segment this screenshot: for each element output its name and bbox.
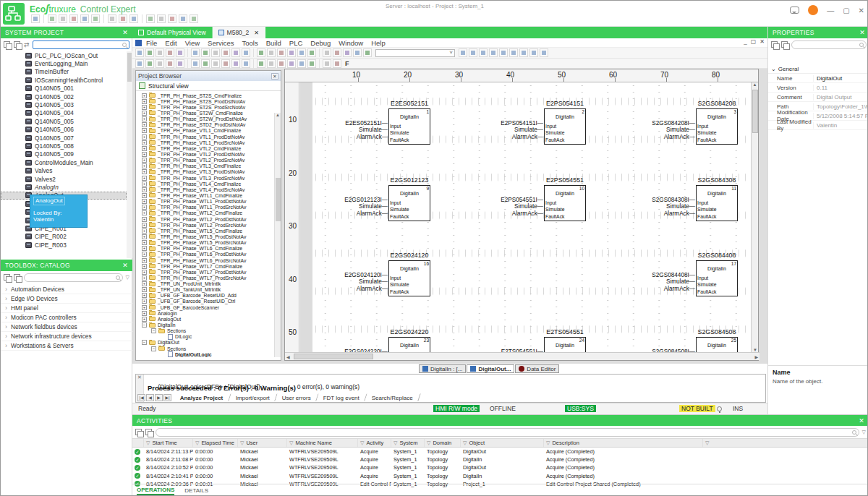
tree-node[interactable]: +_TPR_PH_Phase_WTL7_ProdDstNotAv [136, 269, 281, 275]
canvas-hscrollbar[interactable]: ◀ ▶ [285, 352, 760, 360]
tree-expand-icon[interactable]: + [142, 199, 147, 204]
column-header-object[interactable]: ▽Object [461, 439, 544, 447]
tree-expand-icon[interactable]: + [142, 275, 147, 281]
minimize-button[interactable]: — [827, 7, 834, 14]
structural-view-bar[interactable]: Structural view [136, 81, 281, 91]
main-tool-icon-10[interactable] [231, 48, 240, 57]
filter-icon[interactable]: ▽ [126, 275, 129, 281]
tree-node[interactable]: +_TPR_PH_Phase_VTL3_ProdDstNotAv [136, 169, 281, 175]
mdi-restore-button[interactable]: ▢ [751, 38, 757, 45]
properties-search-input[interactable] [791, 40, 867, 49]
system-project-close-icon[interactable]: ✕ [122, 29, 128, 36]
column-header-machine-name[interactable]: ▽Machine Name [287, 439, 358, 447]
fbd-tool-icon-5[interactable] [176, 59, 184, 68]
fbd-canvas[interactable]: E2ES0521511DigitalInInputSimulateFaultAc… [312, 82, 752, 353]
expand-all-icon[interactable] [771, 41, 778, 48]
menu-debug[interactable]: Debug [310, 39, 331, 47]
check-icon[interactable] [119, 14, 127, 23]
filter-icon[interactable]: ▽ [393, 440, 397, 446]
tree-expand-icon[interactable]: + [142, 234, 147, 239]
main-tool-extra-icon-5[interactable] [499, 48, 508, 57]
main-tool-icon-7[interactable] [201, 48, 210, 57]
filter-icon[interactable]: ▽ [289, 440, 293, 446]
menu-file[interactable]: File [146, 39, 157, 47]
column-header-system[interactable]: ▽System [391, 439, 425, 447]
main-tool-icon-6[interactable] [191, 48, 200, 57]
help-icon[interactable] [190, 14, 198, 23]
main-tool-extra-icon-6[interactable] [509, 48, 518, 57]
sidebar-item-timeinbuffer[interactable]: TimeInBuffer [1, 68, 127, 76]
tree-node[interactable]: DILogic [136, 334, 281, 340]
activity-row[interactable]: ✓8/14/2024 2:10:41 PM0:00:00MickaelWTFRL… [132, 472, 868, 480]
menu-tools[interactable]: Tools [242, 39, 258, 47]
fbd-tool-icon-15[interactable] [287, 59, 296, 68]
tree-expand-icon[interactable]: + [142, 93, 147, 98]
tree-node[interactable]: +_TPR_PH_Phase_VTL4_ProdSrcNotAv [136, 187, 281, 192]
project-browser-titlebar[interactable]: Project Browser ✕ [136, 71, 281, 81]
tree-expand-icon[interactable]: + [142, 181, 147, 187]
column-header-start-time[interactable]: ▽Start Time [144, 439, 193, 447]
tree-node[interactable]: +_TPR_PH_Phase_ST2S_ProdDstNotAv [136, 98, 281, 104]
tree-node[interactable]: −DigitalIn [136, 322, 281, 328]
column-header-activity[interactable]: ▽Activity [358, 439, 391, 447]
expand-all-icon[interactable] [4, 41, 11, 48]
fbd-tool-icon-14[interactable] [277, 59, 286, 68]
tab-close-icon[interactable]: ✕ [254, 30, 259, 36]
column-header-elapsed-time[interactable]: ▽Elapsed Time [193, 439, 238, 447]
tree-expand-icon[interactable]: + [142, 293, 147, 298]
tree-node[interactable]: +_TPR_PH_Phase_VTL1_ProdDstNotAv [136, 134, 281, 140]
property-row-version[interactable]: Version0.11 [768, 83, 868, 93]
tree-node[interactable]: +_TPR_PH_Phase_WTL1_ProdDstNotAv [136, 199, 281, 205]
tree-node[interactable]: +_TPR_PH_Phase_WTL6_ProdDstNotAv [136, 252, 281, 257]
last-tab-button[interactable]: ▶| [163, 394, 171, 401]
expand-all-icon[interactable] [4, 274, 11, 281]
tree-expand-icon[interactable]: + [142, 240, 147, 245]
first-tab-button[interactable]: |◀ [137, 394, 145, 401]
tree-node[interactable]: +_TPR_PH_Phase_VTL1_CmdFinalize [136, 128, 281, 134]
tree-expand-icon[interactable]: + [142, 193, 147, 198]
tree-expand-icon[interactable]: + [142, 305, 147, 310]
tree-node[interactable]: +_TPR_PH_Phase_ST2S_ProdSrcNotAv [136, 104, 281, 110]
sidebar-item-eventlogging_main[interactable]: EventLogging_Main [1, 59, 127, 67]
fbd-ffb-tool[interactable]: F [345, 60, 349, 67]
filter-icon[interactable]: ▽ [463, 440, 467, 446]
tree-expand-icon[interactable]: + [142, 217, 147, 222]
tree-expand-icon[interactable]: + [142, 152, 147, 157]
toolbox-item-network-infrastructure-devices[interactable]: ›Network infrastructure devices [1, 332, 132, 341]
tree-node[interactable]: +_TPR_PH_Phase_WTL1_ProdSrcNotAv [136, 205, 281, 210]
sidebar-item-valves2[interactable]: Valves2 [1, 175, 127, 183]
sidebar-item-q140n05_002[interactable]: Q140N05_002 [1, 93, 127, 101]
tree-expand-icon[interactable]: + [142, 264, 147, 269]
trailing-filter[interactable]: ▽ [703, 439, 868, 447]
tree-expand-icon[interactable]: + [142, 228, 147, 234]
tree-node[interactable]: +_TPR_PH_Phase_WTL6_ProdSrcNotAv [136, 257, 281, 263]
close-tool-icon[interactable] [168, 14, 176, 23]
tree-expand-icon[interactable]: − [151, 328, 156, 333]
tree-expand-icon[interactable]: + [142, 169, 147, 174]
fbd-tool-icon-18[interactable] [323, 59, 331, 68]
mdi-minimize-button[interactable]: _ [744, 38, 746, 45]
tree-node[interactable]: +_TPR_PH_Phase_ST2W_CmdFinalize [136, 110, 281, 116]
tree-expand-icon[interactable]: + [142, 140, 147, 145]
tree-node[interactable]: +_TPR_PH_Phase_VTL2_CmdFinalize [136, 145, 281, 151]
filter-icon[interactable]: ▽ [195, 440, 199, 446]
sidebar-item-q140n05_009[interactable]: Q140N05_009 [1, 150, 127, 158]
menu-window[interactable]: Window [339, 39, 363, 47]
main-tool-extra-icon-7[interactable] [519, 48, 528, 57]
fbd-tool-icon-1[interactable] [135, 59, 144, 68]
toolbox-item-automation-devices[interactable]: ›Automation Devices [1, 285, 132, 294]
tree-expand-icon[interactable]: + [142, 317, 147, 322]
window-select-icon[interactable] [108, 14, 116, 23]
main-tool-extra-icon-4[interactable] [489, 48, 498, 57]
tree-node[interactable]: +_TPR_PH_Phase_ST2W_ProdDstNotAv [136, 116, 281, 122]
sidebar-item-cipe_r003[interactable]: CIPE_R003 [1, 241, 127, 249]
target-icon[interactable] [129, 14, 138, 23]
tree-expand-icon[interactable]: + [142, 134, 147, 140]
tree-node[interactable]: −Sections [136, 346, 281, 351]
toolbox-close-icon[interactable]: ✕ [122, 262, 128, 269]
activities-close-icon[interactable]: ✕ [859, 417, 864, 424]
main-tool-icon-3[interactable] [156, 48, 164, 57]
print-icon[interactable] [31, 14, 40, 23]
tree-expand-icon[interactable]: + [142, 105, 147, 110]
filter-icon[interactable]: ▽ [360, 440, 364, 446]
